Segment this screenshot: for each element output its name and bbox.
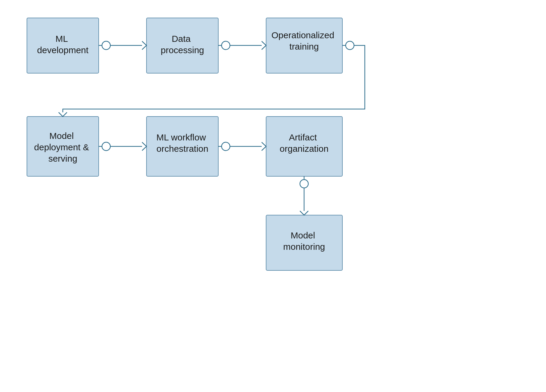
connector-deploy-to-workflow-circle (102, 142, 110, 151)
connector-workflow-to-artifact-circle (222, 142, 230, 151)
connector-artifact-to-monitor-arrow (300, 211, 308, 215)
connector-ml-to-data-circle (102, 41, 110, 50)
diagram-container: ML development Data processing Operation… (0, 0, 546, 392)
connector-data-to-op-arrow (262, 41, 266, 50)
connector-op-to-deploy-arrow (59, 112, 67, 117)
connector-data-to-op-circle (222, 41, 230, 50)
connector-op-to-deploy-circle (346, 41, 354, 50)
connector-workflow-to-artifact-arrow (262, 142, 266, 151)
connector-deploy-to-workflow-arrow (142, 142, 147, 151)
connector-ml-to-data-arrow (142, 41, 147, 50)
connector-artifact-to-monitor-circle (300, 180, 308, 188)
